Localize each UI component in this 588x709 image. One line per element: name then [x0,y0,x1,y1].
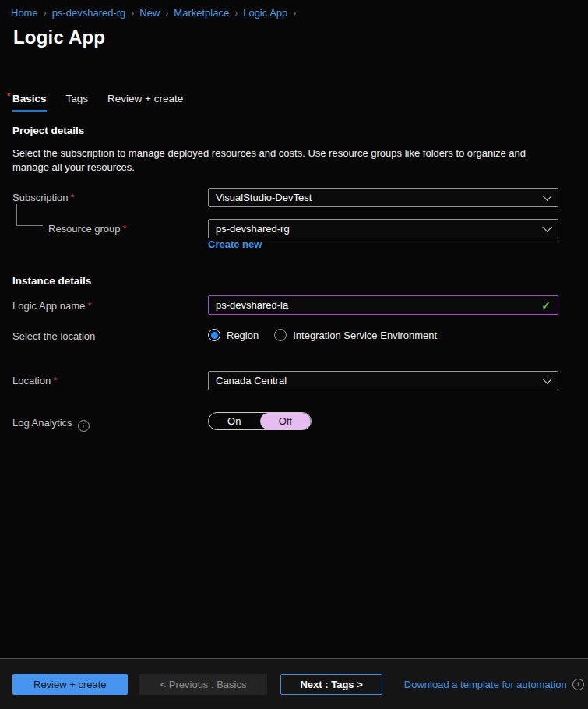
log-analytics-label: Log Analyticsi [12,417,90,432]
tab-bar: * Basics Tags Review + create [12,93,202,112]
location-type-radio-group: Region Integration Service Environment [208,326,558,344]
tab-basics-label: Basics [12,93,47,104]
create-new-link[interactable]: Create new [208,238,262,250]
location-value: Canada Central [216,375,287,386]
download-template-link[interactable]: Download a template for automation [404,679,567,690]
required-asterisk: * [53,375,57,386]
radio-selected-icon [208,329,220,341]
select-location-label: Select the location [12,330,95,342]
log-analytics-toggle[interactable]: On Off [208,412,312,430]
breadcrumb-marketplace[interactable]: Marketplace [174,7,229,19]
valid-check-icon: ✓ [541,299,551,312]
required-asterisk: * [71,192,75,203]
logic-app-name-label-text: Logic App name [12,300,85,312]
toggle-on-option[interactable]: On [209,413,260,429]
subscription-dropdown[interactable]: VisualStudio-DevTest [208,188,558,207]
subscription-value: VisualStudio-DevTest [216,192,312,203]
location-dropdown[interactable]: Canada Central [208,371,558,390]
page-title: Logic App [13,26,105,48]
breadcrumb-resource-group[interactable]: ps-devshared-rg [52,7,126,19]
breadcrumb-separator-icon: › [44,8,47,19]
log-analytics-label-text: Log Analytics [12,417,72,429]
radio-integration-service-environment[interactable]: Integration Service Environment [274,329,437,341]
next-tags-button[interactable]: Next : Tags > [280,674,382,695]
subscription-label-text: Subscription [12,192,69,203]
location-label: Location* [12,375,57,386]
required-asterisk: * [7,91,10,101]
previous-basics-button[interactable]: < Previous : Basics [139,674,268,695]
breadcrumb-separator-icon: › [293,8,296,19]
breadcrumb-logic-app[interactable]: Logic App [243,7,287,19]
review-create-button[interactable]: Review + create [12,674,128,695]
footer-action-bar: Review + create < Previous : Basics Next… [0,659,588,709]
chevron-down-icon [542,191,552,201]
location-label-text: Location [12,375,51,386]
radio-region-label: Region [227,330,259,341]
project-details-description: Select the subscription to manage deploy… [12,146,536,175]
breadcrumb-home[interactable]: Home [11,7,38,19]
info-icon[interactable]: i [572,679,584,690]
resource-group-value: ps-devshared-rg [216,223,290,235]
required-asterisk: * [123,223,127,235]
subscription-label: Subscription* [12,192,75,203]
logic-app-name-field: ✓ [208,295,558,315]
project-details-heading: Project details [12,125,84,136]
breadcrumb-separator-icon: › [165,8,168,19]
logic-app-name-label: Logic App name* [12,300,91,312]
tab-tags[interactable]: Tags [66,93,89,112]
parent-child-connector [16,204,43,226]
chevron-down-icon [542,374,552,384]
radio-region[interactable]: Region [208,329,259,341]
chevron-down-icon [542,222,552,232]
tab-review-create[interactable]: Review + create [107,93,183,112]
info-icon[interactable]: i [78,420,90,432]
tab-basics[interactable]: * Basics [12,93,47,112]
resource-group-dropdown[interactable]: ps-devshared-rg [208,219,558,238]
radio-unselected-icon [274,329,287,341]
breadcrumb: Home › ps-devshared-rg › New › Marketpla… [11,7,301,19]
logic-app-create-page: Home › ps-devshared-rg › New › Marketpla… [0,0,588,709]
breadcrumb-new[interactable]: New [139,7,160,19]
breadcrumb-separator-icon: › [234,8,238,19]
tab-tags-label: Tags [66,93,89,104]
tab-review-create-label: Review + create [107,93,183,104]
required-asterisk: * [87,300,91,312]
toggle-off-option[interactable]: Off [260,413,312,429]
instance-details-heading: Instance details [12,275,91,287]
resource-group-label-text: Resource group [48,223,121,235]
breadcrumb-separator-icon: › [131,8,134,19]
logic-app-name-input[interactable] [216,299,541,311]
radio-ise-label: Integration Service Environment [293,330,437,341]
resource-group-label: Resource group* [48,223,127,235]
